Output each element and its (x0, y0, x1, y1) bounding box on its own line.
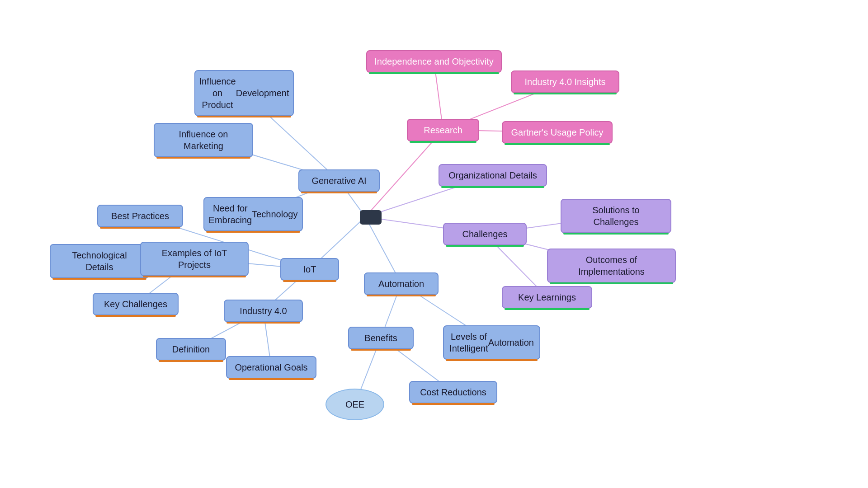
node-label-iot: IoT (280, 258, 339, 281)
node-key-learnings[interactable]: Key Learnings (502, 285, 592, 310)
node-label-benefits: Benefits (348, 327, 414, 349)
node-label-solutions: Solutions to Challenges (561, 199, 671, 233)
node-label-influence-product: Influence on ProductDevelopment (194, 70, 294, 116)
root-label (360, 210, 382, 225)
node-label-best-practices: Best Practices (97, 205, 183, 227)
node-cost-reductions[interactable]: Cost Reductions (409, 380, 497, 404)
node-label-influence-marketing: Influence on Marketing (154, 123, 253, 157)
node-label-operational-goals: Operational Goals (226, 356, 316, 379)
node-definition[interactable]: Definition (156, 337, 226, 361)
node-label-org-details: Organizational Details (439, 164, 547, 187)
node-label-levels-automation: Levels of IntelligentAutomation (443, 325, 540, 360)
node-label-definition: Definition (156, 338, 226, 361)
node-need-embracing[interactable]: Need for EmbracingTechnology (203, 197, 303, 231)
node-examples-iot[interactable]: Examples of IoT Projects (140, 246, 249, 271)
node-label-industry40-insights: Industry 4.0 Insights (511, 70, 619, 93)
node-label-oee: OEE (326, 389, 384, 420)
node-industry40-insights[interactable]: Industry 4.0 Insights (511, 69, 619, 94)
node-label-independence: Independence and Objectivity (366, 50, 502, 73)
node-influence-marketing[interactable]: Influence on Marketing (154, 127, 253, 154)
node-benefits[interactable]: Benefits (348, 325, 414, 350)
root-node[interactable] (348, 205, 393, 230)
node-levels-automation[interactable]: Levels of IntelligentAutomation (443, 325, 540, 359)
node-label-research: Research (407, 119, 479, 141)
node-technological-details[interactable]: Technological Details (50, 249, 149, 273)
node-iot[interactable]: IoT (280, 257, 339, 282)
node-label-need-embracing: Need for EmbracingTechnology (203, 197, 303, 231)
node-outcomes[interactable]: Outcomes of Implementations (547, 253, 676, 278)
node-label-outcomes: Outcomes of Implementations (547, 249, 676, 283)
node-label-challenges: Challenges (443, 223, 527, 245)
node-automation[interactable]: Automation (364, 271, 439, 296)
node-challenges[interactable]: Challenges (443, 221, 527, 246)
node-industry40[interactable]: Industry 4.0 (224, 298, 303, 323)
node-org-details[interactable]: Organizational Details (439, 163, 547, 188)
node-label-key-learnings: Key Learnings (502, 286, 592, 309)
node-solutions[interactable]: Solutions to Challenges (561, 203, 671, 228)
node-label-technological-details: Technological Details (50, 244, 149, 278)
node-label-gartners-policy: Gartner's Usage Policy (502, 121, 613, 144)
node-label-key-challenges: Key Challenges (93, 293, 179, 315)
node-research[interactable]: Research (407, 117, 479, 142)
node-oee[interactable]: OEE (326, 386, 384, 422)
node-label-automation: Automation (364, 272, 439, 295)
node-label-industry40: Industry 4.0 (224, 300, 303, 322)
node-label-cost-reductions: Cost Reductions (409, 381, 497, 404)
node-label-examples-iot: Examples of IoT Projects (140, 242, 249, 276)
node-operational-goals[interactable]: Operational Goals (226, 355, 316, 380)
node-gartners-policy[interactable]: Gartner's Usage Policy (502, 120, 613, 145)
node-label-generative-ai: Generative AI (298, 169, 380, 192)
node-influence-product[interactable]: Influence on ProductDevelopment (194, 76, 294, 110)
node-key-challenges[interactable]: Key Challenges (93, 291, 179, 316)
node-independence[interactable]: Independence and Objectivity (366, 49, 502, 74)
node-best-practices[interactable]: Best Practices (97, 203, 183, 228)
node-generative-ai[interactable]: Generative AI (298, 167, 380, 194)
